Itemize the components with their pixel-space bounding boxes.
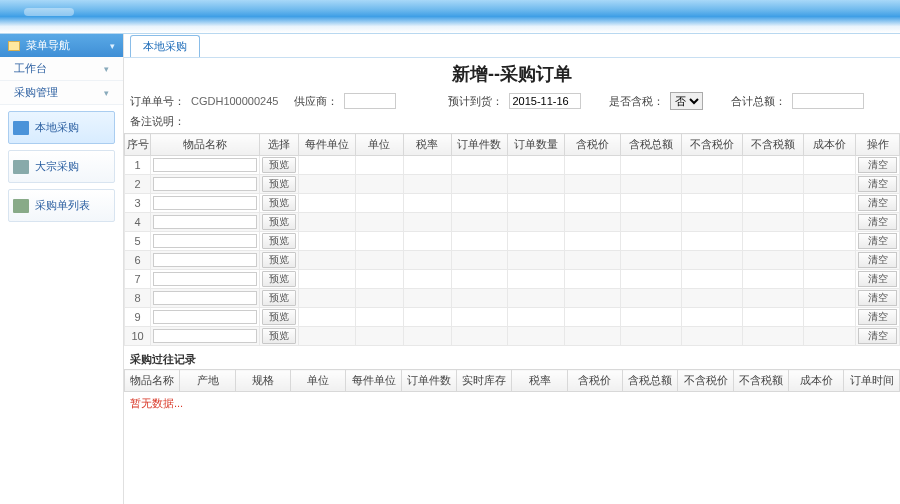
scan-button[interactable]: 预览 [262,214,296,230]
row-seq: 7 [125,270,151,289]
document-icon [13,121,29,135]
grid-header: 不含税价 [682,134,743,156]
item-name-input[interactable] [153,310,257,324]
grid-cell [621,308,682,327]
item-name-input[interactable] [153,291,257,305]
history-header: 不含税额 [733,370,788,392]
grid-cell [403,213,451,232]
sidebar-item-bulk-purchase[interactable]: 大宗采购 [8,150,115,183]
grid-cell [621,327,682,346]
item-name-input[interactable] [153,329,257,343]
clear-button[interactable]: 清空 [858,176,897,192]
history-header: 单位 [291,370,346,392]
clear-button[interactable]: 清空 [858,233,897,249]
grid-cell [508,156,565,175]
grid-cell [355,175,403,194]
history-grid: 物品名称产地规格单位每件单位订单件数实时库存税率含税价含税总额不含税价不含税额成… [124,369,900,392]
grid-header: 操作 [856,134,900,156]
grid-cell [299,327,356,346]
grid-cell [621,194,682,213]
grid-cell [299,270,356,289]
grid-cell [355,270,403,289]
row-seq: 3 [125,194,151,213]
folder-icon [8,41,20,51]
scan-button[interactable]: 预览 [262,271,296,287]
grid-cell [451,213,508,232]
grid-cell [508,308,565,327]
grid-cell [564,213,621,232]
grid-cell [508,270,565,289]
grid-cell [564,232,621,251]
row-seq: 4 [125,213,151,232]
grid-cell [508,232,565,251]
item-name-input[interactable] [153,177,257,191]
scan-button[interactable]: 预览 [262,309,296,325]
content-area: 新增--采购订单 订单单号： CGDH100000245 供应商： 预计到货： … [124,58,900,504]
grid-cell [804,289,856,308]
clear-button[interactable]: 清空 [858,271,897,287]
remark-label: 备注说明： [124,112,900,133]
sidebar-item-purchase-list[interactable]: 采购单列表 [8,189,115,222]
scan-button[interactable]: 预览 [262,195,296,211]
item-name-input[interactable] [153,253,257,267]
scan-button[interactable]: 预览 [262,233,296,249]
scan-button[interactable]: 预览 [262,176,296,192]
expected-label: 预计到货： [448,94,503,109]
tab-local-purchase[interactable]: 本地采购 [130,35,200,57]
grid-cell [621,232,682,251]
grid-cell [682,270,743,289]
total-input[interactable] [792,93,864,109]
table-row: 9预览清空 [125,308,900,327]
tax-incl-label: 是否含税： [609,94,664,109]
history-header: 每件单位 [346,370,401,392]
tax-incl-select[interactable]: 否 [670,92,703,110]
grid-cell [403,270,451,289]
clear-button[interactable]: 清空 [858,290,897,306]
page-title: 新增--采购订单 [124,58,900,90]
sidebar-worktable[interactable]: 工作台 ▾ [0,57,123,81]
supplier-input[interactable] [344,93,396,109]
sidebar-purchase-mgmt[interactable]: 采购管理 ▾ [0,81,123,105]
grid-cell [403,194,451,213]
scan-button[interactable]: 预览 [262,157,296,173]
clear-button[interactable]: 清空 [858,214,897,230]
grid-cell [743,251,804,270]
grid-cell [564,270,621,289]
grid-cell [355,194,403,213]
order-no-label: 订单单号： [130,94,185,109]
grid-cell [682,194,743,213]
grid-cell [743,308,804,327]
grid-cell [804,232,856,251]
clear-button[interactable]: 清空 [858,157,897,173]
grid-cell [403,327,451,346]
history-header: 成本价 [789,370,844,392]
grid-cell [743,156,804,175]
history-header: 物品名称 [125,370,180,392]
grid-cell [451,327,508,346]
sidebar-nav-header[interactable]: 菜单导航 ▾ [0,34,123,57]
grid-cell [355,213,403,232]
history-header: 含税价 [567,370,622,392]
history-section-title: 采购过往记录 [124,346,900,369]
table-row: 1预览清空 [125,156,900,175]
clear-button[interactable]: 清空 [858,252,897,268]
grid-cell [682,213,743,232]
grid-cell [403,289,451,308]
scan-button[interactable]: 预览 [262,252,296,268]
scan-button[interactable]: 预览 [262,290,296,306]
item-name-input[interactable] [153,234,257,248]
clear-button[interactable]: 清空 [858,195,897,211]
clear-button[interactable]: 清空 [858,328,897,344]
grid-cell [621,213,682,232]
clear-button[interactable]: 清空 [858,309,897,325]
scan-button[interactable]: 预览 [262,328,296,344]
item-name-input[interactable] [153,158,257,172]
item-name-input[interactable] [153,272,257,286]
item-name-input[interactable] [153,215,257,229]
row-seq: 8 [125,289,151,308]
sidebar-item-local-purchase[interactable]: 本地采购 [8,111,115,144]
grid-cell [403,308,451,327]
expected-date-input[interactable] [509,93,581,109]
total-label: 合计总额： [731,94,786,109]
item-name-input[interactable] [153,196,257,210]
